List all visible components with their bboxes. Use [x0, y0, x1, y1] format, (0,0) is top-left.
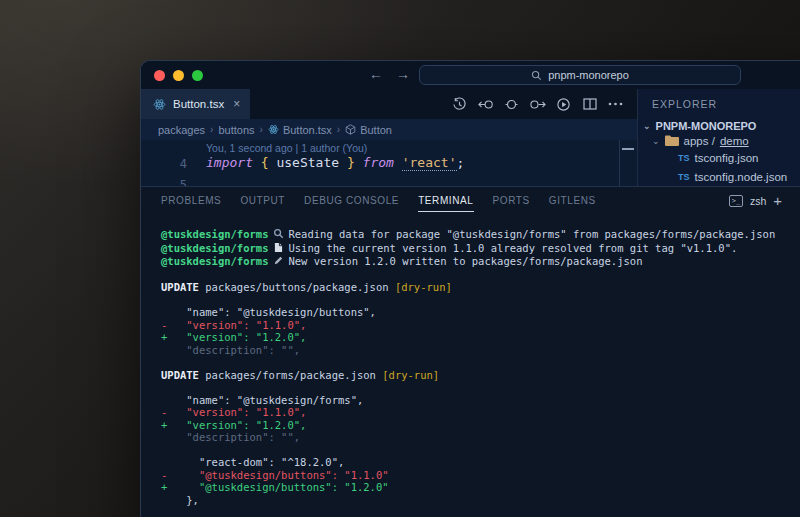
explorer-file-tsconfig-node-json[interactable]: TStsconfig.node.json: [638, 167, 800, 186]
breadcrumb-item-button-tsx[interactable]: Button.tsx: [268, 124, 332, 136]
close-window-button[interactable]: [154, 70, 165, 81]
editor-tab-bar: Button.tsx ×: [141, 89, 637, 119]
terminal-line: - "version": "1.1.0",: [161, 406, 800, 419]
folder-icon: [665, 135, 679, 146]
command-center[interactable]: pnpm-monorepo: [419, 65, 741, 85]
magnifier-icon: [268, 228, 288, 242]
nav-back-icon[interactable]: ←: [369, 66, 383, 82]
react-icon: [268, 124, 279, 135]
terminal-line: [161, 381, 800, 394]
terminal-line: @tuskdesign/formsUsing the current versi…: [161, 242, 800, 256]
terminal-line: [161, 356, 800, 369]
terminal-line: @tuskdesign/formsReading data for packag…: [161, 228, 800, 242]
chevron-down-icon: ⌄: [643, 121, 651, 131]
terminal-line: @tuskdesign/formsNew version 1.2.0 writt…: [161, 255, 800, 269]
code-line-5-clipped: 5: [141, 176, 637, 186]
title-bar: ← → pnpm-monorepo: [141, 61, 800, 89]
split-editor-icon[interactable]: [581, 96, 598, 113]
explorer-header: EXPLORER: [638, 89, 800, 119]
editor-column: Button.tsx × packages›buttons›Button.tsx…: [141, 89, 638, 186]
arrow-left-circle-icon[interactable]: [477, 96, 494, 113]
panel-tab-debug-console[interactable]: DEBUG CONSOLE: [304, 187, 399, 214]
minimap-line-mark: [622, 148, 634, 150]
editor-actions: [451, 89, 637, 119]
explorer-root-pnpm-monorepo[interactable]: ⌄ PNPM-MONOREPO: [638, 119, 800, 134]
terminal-output[interactable]: @tuskdesign/formsReading data for packag…: [141, 214, 800, 517]
nav-forward-icon[interactable]: →: [396, 66, 410, 82]
terminal-controls: >_ zsh +: [729, 187, 782, 214]
terminal-line: [161, 444, 800, 457]
folder-name: demo: [720, 135, 749, 147]
panel-tab-output[interactable]: OUTPUT: [240, 187, 285, 214]
explorer-sidebar: EXPLORER ⌄ PNPM-MONOREPO ⌄ apps / demo T…: [638, 89, 800, 186]
command-center-text: pnpm-monorepo: [548, 69, 629, 81]
typescript-file-icon: TS: [678, 153, 690, 163]
terminal-line: "name": "@tuskdesign/forms",: [161, 394, 800, 407]
terminal-line: "name": "@tuskdesign/buttons",: [161, 306, 800, 319]
document-icon: [268, 242, 288, 256]
vscode-window: ← → pnpm-monorepo Button.tsx ×: [140, 60, 800, 517]
terminal-line: UPDATE packages/buttons/package.json [dr…: [161, 281, 800, 294]
terminal-line: + "@tuskdesign/buttons": "1.2.0": [161, 481, 800, 494]
line-number: 5: [169, 178, 187, 186]
line-number: 4: [169, 157, 187, 171]
code-line-4: 4 import { useState } from 'react';: [141, 155, 637, 174]
minimize-window-button[interactable]: [173, 70, 184, 81]
pencil-icon: [268, 256, 288, 269]
terminal-line: "react-dom": "^18.2.0",: [161, 456, 800, 469]
breadcrumb-item-button[interactable]: Button: [345, 124, 392, 136]
terminal-line: UPDATE packages/forms/package.json [dry-…: [161, 369, 800, 382]
panel-tab-terminal[interactable]: TERMINAL: [418, 187, 473, 214]
chevron-down-icon: ⌄: [652, 136, 660, 146]
search-icon: [531, 70, 542, 81]
more-icon[interactable]: [607, 96, 624, 113]
explorer-folder-apps-demo[interactable]: ⌄ apps / demo: [638, 134, 800, 149]
symbol-cube-icon: [345, 124, 356, 135]
breadcrumb: packages›buttons›Button.tsx›Button: [141, 119, 637, 140]
root-label: PNPM-MONOREPO: [656, 120, 757, 132]
terminal-line: },: [161, 494, 800, 507]
new-terminal-button[interactable]: +: [773, 192, 782, 209]
minimap[interactable]: [619, 140, 637, 186]
terminal-shell-icon: >_: [729, 195, 743, 207]
desktop: { "accent_colors": { "traffic_red": "#ff…: [0, 0, 800, 517]
shell-label[interactable]: zsh: [750, 195, 766, 207]
terminal-line: + "version": "1.2.0",: [161, 419, 800, 432]
panel-tab-bar: PROBLEMSOUTPUTDEBUG CONSOLETERMINALPORTS…: [141, 187, 800, 214]
bottom-panel: PROBLEMSOUTPUTDEBUG CONSOLETERMINALPORTS…: [141, 187, 800, 517]
editor[interactable]: You, 1 second ago | 1 author (You) 4 imp…: [141, 140, 637, 186]
typescript-file-icon: TS: [678, 172, 690, 182]
play-circle-icon[interactable]: [555, 96, 572, 113]
terminal-line: [161, 269, 800, 282]
circle-arrow-right-icon[interactable]: [529, 96, 546, 113]
tab-label: Button.tsx: [173, 98, 224, 110]
terminal-line: - "version": "1.1.0",: [161, 319, 800, 332]
history-icon[interactable]: [451, 96, 468, 113]
zoom-window-button[interactable]: [192, 70, 203, 81]
panel-tab-gitlens[interactable]: GITLENS: [549, 187, 596, 214]
terminal-line: - "@tuskdesign/buttons": "1.1.0": [161, 469, 800, 482]
code-content: import { useState } from 'react';: [206, 155, 464, 170]
traffic-lights: [154, 70, 203, 81]
breadcrumb-separator: ›: [337, 124, 340, 135]
breadcrumb-item-packages[interactable]: packages: [158, 124, 205, 136]
circle-icon[interactable]: [503, 96, 520, 113]
terminal-line: "description": "",: [161, 344, 800, 357]
breadcrumb-separator: ›: [260, 124, 263, 135]
main-row: Button.tsx × packages›buttons›Button.tsx…: [141, 89, 800, 187]
panel-tab-problems[interactable]: PROBLEMS: [161, 187, 221, 214]
terminal-line: + "version": "1.2.0",: [161, 331, 800, 344]
breadcrumb-separator: ›: [210, 124, 213, 135]
breadcrumb-item-buttons[interactable]: buttons: [218, 124, 254, 136]
tab-button-tsx[interactable]: Button.tsx ×: [141, 89, 251, 119]
terminal-line: [161, 294, 800, 307]
explorer-files: TStsconfig.jsonTStsconfig.node.json: [638, 148, 800, 186]
tab-close-icon[interactable]: ×: [233, 97, 240, 111]
blame-annotation: You, 1 second ago | 1 author (You): [206, 142, 367, 154]
terminal-line: "description": "",: [161, 431, 800, 444]
panel-tab-ports[interactable]: PORTS: [493, 187, 530, 214]
react-icon: [153, 98, 166, 111]
explorer-file-tsconfig-json[interactable]: TStsconfig.json: [638, 148, 800, 167]
folder-path-prefix: apps /: [684, 135, 715, 147]
